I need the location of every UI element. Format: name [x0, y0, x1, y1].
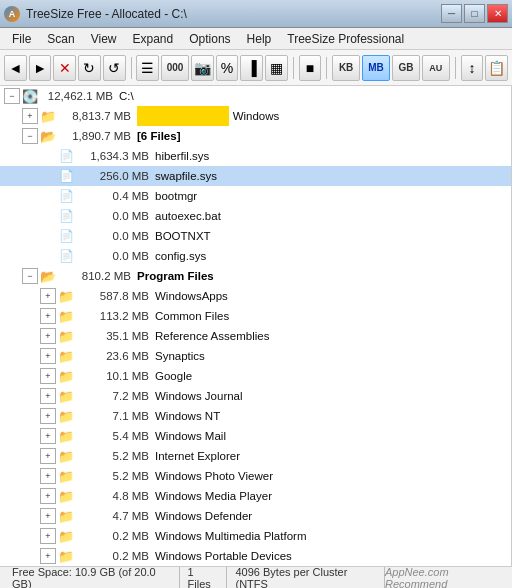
menu-view[interactable]: View: [83, 30, 125, 48]
size-value: 8,813.7 MB: [59, 110, 131, 122]
icon-button[interactable]: ■: [299, 55, 322, 81]
expand-toggle[interactable]: +: [40, 508, 56, 524]
item-name: Windows: [233, 110, 280, 122]
expand-toggle[interactable]: +: [40, 388, 56, 404]
tree-row[interactable]: +📁8,813.7 MB Windows: [0, 106, 511, 126]
scan-button[interactable]: ↺: [103, 55, 126, 81]
tree-row[interactable]: −📂1,890.7 MB[6 Files]: [0, 126, 511, 146]
back-button[interactable]: ◄: [4, 55, 27, 81]
tree-row[interactable]: 📄0.4 MBbootmgr: [0, 186, 511, 206]
gb-button[interactable]: GB: [392, 55, 420, 81]
expand-toggle[interactable]: +: [40, 548, 56, 564]
expand-toggle[interactable]: −: [4, 88, 20, 104]
tree-row[interactable]: +📁0.2 MBWindows Portable Devices: [0, 546, 511, 566]
size-value: 12,462.1 MB: [41, 90, 113, 102]
tree-row[interactable]: −💽12,462.1 MBC:\: [0, 86, 511, 106]
tree-row[interactable]: 📄0.0 MBautoexec.bat: [0, 206, 511, 226]
tree-row[interactable]: 📄1,634.3 MBhiberfil.sys: [0, 146, 511, 166]
minimize-button[interactable]: ─: [441, 4, 462, 23]
sort-button[interactable]: ↕: [461, 55, 484, 81]
kb-button[interactable]: KB: [332, 55, 360, 81]
expand-toggle[interactable]: +: [40, 368, 56, 384]
expand-toggle[interactable]: +: [40, 288, 56, 304]
expand-toggle[interactable]: +: [40, 348, 56, 364]
tree-row[interactable]: 📄0.0 MBconfig.sys: [0, 246, 511, 266]
tree-row[interactable]: +📁0.2 MBWindows Multimedia Platform: [0, 526, 511, 546]
refresh-button[interactable]: ↻: [78, 55, 101, 81]
menu-expand[interactable]: Expand: [125, 30, 182, 48]
menu-options[interactable]: Options: [181, 30, 238, 48]
expand-toggle[interactable]: +: [22, 108, 38, 124]
folder-icon: 📁: [58, 429, 74, 443]
expand-toggle[interactable]: +: [40, 328, 56, 344]
tree-row[interactable]: +📁35.1 MBReference Assemblies: [0, 326, 511, 346]
size-value: 7.1 MB: [77, 410, 149, 422]
tree-row[interactable]: +📁587.8 MBWindowsApps: [0, 286, 511, 306]
tree-row[interactable]: +📁5.4 MBWindows Mail: [0, 426, 511, 446]
folder-icon: 📁: [58, 449, 74, 463]
maximize-button[interactable]: □: [464, 4, 485, 23]
bar-button[interactable]: ▐: [240, 55, 263, 81]
menu-scan[interactable]: Scan: [39, 30, 82, 48]
size-value: 35.1 MB: [77, 330, 149, 342]
item-name: Internet Explorer: [155, 450, 240, 462]
size-value: 7.2 MB: [77, 390, 149, 402]
tree-row[interactable]: +📁7.2 MBWindows Journal: [0, 386, 511, 406]
expand-toggle[interactable]: +: [40, 428, 56, 444]
toolbar: ◄ ► ✕ ↻ ↺ ☰ 000 📷 % ▐ ▦ ■ KB MB GB AU ↕ …: [0, 50, 512, 86]
window-title: TreeSize Free - Allocated - C:\: [26, 7, 187, 21]
expand-toggle[interactable]: −: [22, 268, 38, 284]
folder-open-icon: 📂: [40, 129, 56, 143]
tree-row[interactable]: +📁4.8 MBWindows Media Player: [0, 486, 511, 506]
tree-row[interactable]: 📄0.0 MBBOOTNXT: [0, 226, 511, 246]
tree-row[interactable]: +📁113.2 MBCommon Files: [0, 306, 511, 326]
size-value: 0.2 MB: [77, 550, 149, 562]
chart-button[interactable]: ▦: [265, 55, 288, 81]
tree-row[interactable]: +📁7.1 MBWindows NT: [0, 406, 511, 426]
stop-button[interactable]: ✕: [53, 55, 76, 81]
menu-treesize-pro[interactable]: TreeSize Professional: [279, 30, 412, 48]
expand-toggle[interactable]: +: [40, 468, 56, 484]
forward-button[interactable]: ►: [29, 55, 52, 81]
num-format-button[interactable]: 000: [161, 55, 189, 81]
close-button[interactable]: ✕: [487, 4, 508, 23]
size-value: 5.2 MB: [77, 450, 149, 462]
item-name: [6 Files]: [137, 130, 180, 142]
expand-toggle[interactable]: +: [40, 488, 56, 504]
tree-row[interactable]: −📂810.2 MBProgram Files: [0, 266, 511, 286]
size-value: 4.7 MB: [77, 510, 149, 522]
menu-help[interactable]: Help: [239, 30, 280, 48]
size-value: 587.8 MB: [77, 290, 149, 302]
folder-icon: 📁: [58, 529, 74, 543]
percent-button[interactable]: %: [216, 55, 239, 81]
toolbar-separator-2: [293, 57, 294, 79]
mb-button[interactable]: MB: [362, 55, 390, 81]
folder-icon: 📁: [58, 389, 74, 403]
tree-row[interactable]: +📁23.6 MBSynaptics: [0, 346, 511, 366]
expand-toggle[interactable]: −: [22, 128, 38, 144]
toolbar-separator-4: [455, 57, 456, 79]
menu-file[interactable]: File: [4, 30, 39, 48]
export-button[interactable]: ☰: [136, 55, 159, 81]
au-button[interactable]: AU: [422, 55, 450, 81]
file-icon: 📄: [58, 169, 74, 183]
expand-toggle[interactable]: +: [40, 528, 56, 544]
appnee-watermark: AppNee.com Recommend: [385, 566, 508, 589]
folder-icon: 📁: [58, 369, 74, 383]
item-name: Windows Media Player: [155, 490, 272, 502]
expand-toggle[interactable]: +: [40, 308, 56, 324]
tree-row[interactable]: 📄256.0 MBswapfile.sys: [0, 166, 511, 186]
tree-row[interactable]: +📁10.1 MBGoogle: [0, 366, 511, 386]
tree-view[interactable]: −💽12,462.1 MBC:\+📁8,813.7 MB Windows−📂1,…: [0, 86, 512, 566]
item-name: swapfile.sys: [155, 170, 217, 182]
filter-button[interactable]: 📋: [485, 55, 508, 81]
expand-toggle[interactable]: +: [40, 448, 56, 464]
screenshot-button[interactable]: 📷: [191, 55, 214, 81]
tree-row[interactable]: +📁5.2 MBWindows Photo Viewer: [0, 466, 511, 486]
expand-toggle[interactable]: +: [40, 408, 56, 424]
tree-row[interactable]: +📁5.2 MBInternet Explorer: [0, 446, 511, 466]
menu-bar: File Scan View Expand Options Help TreeS…: [0, 28, 512, 50]
item-name: Windows Photo Viewer: [155, 470, 273, 482]
tree-row[interactable]: +📁4.7 MBWindows Defender: [0, 506, 511, 526]
toolbar-separator-1: [131, 57, 132, 79]
